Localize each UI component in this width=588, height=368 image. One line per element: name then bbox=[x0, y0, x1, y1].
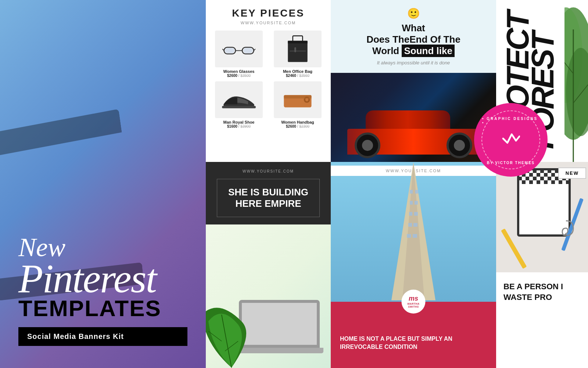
card-waste-pro: NEW bbox=[496, 162, 588, 368]
product-glasses-price: $2600 / $3500 bbox=[227, 74, 251, 78]
bag-icon bbox=[285, 34, 311, 64]
svg-rect-39 bbox=[409, 212, 412, 216]
ms-logo: ms MARTHASMITHS bbox=[402, 290, 426, 314]
car-image bbox=[331, 73, 496, 162]
product-bag-price: $2460 / $3560 bbox=[286, 74, 309, 78]
laptop-scene bbox=[206, 224, 331, 368]
svg-rect-37 bbox=[410, 190, 413, 194]
empire-url: WWW.YOURSITE.COM bbox=[217, 169, 320, 173]
badge-text-bottom: BY VICTOR THEMES bbox=[487, 161, 535, 165]
tropical-leaf-svg bbox=[206, 294, 265, 368]
product-img-glasses bbox=[215, 31, 263, 67]
main-container: New Pinterest TEMPLATES Social Media Ban… bbox=[0, 0, 588, 368]
brush-stroke-top bbox=[0, 109, 123, 156]
product-handbag-price: $2600 / $2300 bbox=[286, 124, 309, 128]
building-svg bbox=[377, 162, 450, 300]
quote-headline: WhatDoes TheEnd Of TheWorld Sound like bbox=[342, 22, 485, 57]
new-badge: NEW bbox=[558, 167, 586, 179]
product-item-shoe: Man Royal Shoe $1600 / $3900 bbox=[211, 81, 266, 128]
home-text: HOME IS NOT A PLACE BUT SIMPLY AN IRREVO… bbox=[340, 335, 487, 351]
empire-box: SHE IS BUILDING HERE EMPIRE bbox=[217, 179, 320, 217]
badge-inner: • GRAPHIC DESIGNS • BY VICTOR THEMES bbox=[481, 110, 540, 169]
product-shoe-name: Man Royal Shoe bbox=[223, 120, 255, 124]
product-glasses-name: Women Glasses bbox=[223, 69, 255, 74]
empire-text: SHE IS BUILDING HERE EMPIRE bbox=[225, 187, 312, 209]
key-pieces-title: KEY PIECES bbox=[232, 7, 305, 19]
svg-rect-12 bbox=[222, 106, 256, 109]
key-pieces-url: WWW.YOURSITE.COM bbox=[241, 21, 296, 25]
left-panel: New Pinterest TEMPLATES Social Media Ban… bbox=[0, 0, 206, 368]
handbag-icon bbox=[281, 91, 314, 109]
svg-rect-11 bbox=[294, 47, 296, 52]
badge-circle: • GRAPHIC DESIGNS • BY VICTOR THEMES bbox=[474, 103, 548, 177]
home-bottom: ms MARTHASMITHS HOME IS NOT A PLACE BUT … bbox=[331, 302, 496, 368]
svg-rect-6 bbox=[243, 48, 253, 53]
quote-section: 🙂 WhatDoes TheEnd Of TheWorld Sound like… bbox=[331, 0, 496, 73]
car-wheel-left bbox=[355, 132, 380, 158]
right-panels-wrapper: KEY PIECES WWW.YOURSITE.COM bbox=[206, 0, 588, 368]
waste-pro-text: BE A PERSON I WASTE PRO bbox=[503, 282, 584, 302]
product-img-bag bbox=[274, 31, 322, 67]
product-img-handbag bbox=[274, 81, 322, 118]
glasses-icon bbox=[222, 40, 255, 58]
svg-rect-45 bbox=[413, 223, 417, 227]
svg-rect-5 bbox=[225, 48, 234, 53]
ms-tagline: MARTHASMITHS bbox=[407, 302, 419, 309]
empire-bottom bbox=[206, 224, 331, 368]
empire-top: WWW.YOURSITE.COM SHE IS BUILDING HERE EM… bbox=[206, 162, 331, 224]
ms-logo-content: ms MARTHASMITHS bbox=[407, 295, 419, 309]
card-empire: WWW.YOURSITE.COM SHE IS BUILDING HERE EM… bbox=[206, 162, 331, 368]
svg-rect-16 bbox=[305, 98, 308, 101]
quote-highlight: Sound like bbox=[402, 45, 454, 57]
product-bag-name: Men Office Bag bbox=[283, 69, 312, 74]
svg-rect-41 bbox=[407, 234, 411, 238]
home-img-area: WWW.YOURSITE.COM bbox=[331, 162, 496, 302]
product-shoe-price: $1600 / $3900 bbox=[227, 124, 251, 128]
stationery-image: NEW bbox=[496, 162, 588, 272]
car-body bbox=[344, 99, 483, 155]
svg-rect-9 bbox=[288, 41, 307, 43]
card-home: WWW.YOURSITE.COM bbox=[331, 162, 496, 368]
car-shape bbox=[344, 99, 483, 155]
forest-leaf-svg bbox=[564, 0, 588, 162]
quote-emoji: 🙂 bbox=[342, 7, 485, 20]
product-item-handbag: Women Handbag $2600 / $2300 bbox=[270, 81, 325, 128]
pinterest-label: Pinterest bbox=[18, 261, 187, 297]
product-item-bag: Men Office Bag $2460 / $3560 bbox=[270, 31, 325, 78]
svg-rect-40 bbox=[408, 223, 412, 227]
svg-rect-10 bbox=[290, 50, 306, 52]
badge-overlay: • GRAPHIC DESIGNS • BY VICTOR THEMES bbox=[474, 103, 548, 177]
card-key-pieces: KEY PIECES WWW.YOURSITE.COM bbox=[206, 0, 331, 162]
product-handbag-name: Women Handbag bbox=[281, 120, 314, 124]
products-grid: Women Glasses $2600 / $3500 bbox=[211, 31, 325, 128]
panels-grid: KEY PIECES WWW.YOURSITE.COM bbox=[206, 0, 588, 368]
waste-pro-text-area: BE A PERSON I WASTE PRO bbox=[496, 272, 588, 312]
building-visual bbox=[377, 162, 450, 302]
car-wheel-right bbox=[447, 132, 472, 158]
badge-checkmark-icon bbox=[502, 132, 520, 148]
svg-rect-43 bbox=[415, 201, 418, 205]
card-quote-car: 🙂 WhatDoes TheEnd Of TheWorld Sound like… bbox=[331, 0, 496, 162]
shoe-icon bbox=[220, 89, 257, 111]
svg-rect-38 bbox=[410, 201, 413, 205]
templates-label: TEMPLATES bbox=[18, 297, 187, 320]
svg-rect-44 bbox=[414, 212, 418, 216]
svg-rect-46 bbox=[413, 234, 417, 238]
social-media-banner-kit: Social Media Banners Kit bbox=[18, 327, 187, 346]
badge-logo-svg bbox=[502, 132, 520, 145]
forest-image-area bbox=[564, 0, 588, 162]
product-item-glasses: Women Glasses $2600 / $3500 bbox=[211, 31, 266, 78]
quote-subtext: It always impossible until it is done bbox=[342, 60, 485, 66]
svg-rect-42 bbox=[415, 190, 418, 194]
product-img-shoe bbox=[215, 81, 263, 118]
ms-initials: ms bbox=[407, 295, 419, 302]
badge-text-top: • GRAPHIC DESIGNS • bbox=[482, 117, 539, 125]
